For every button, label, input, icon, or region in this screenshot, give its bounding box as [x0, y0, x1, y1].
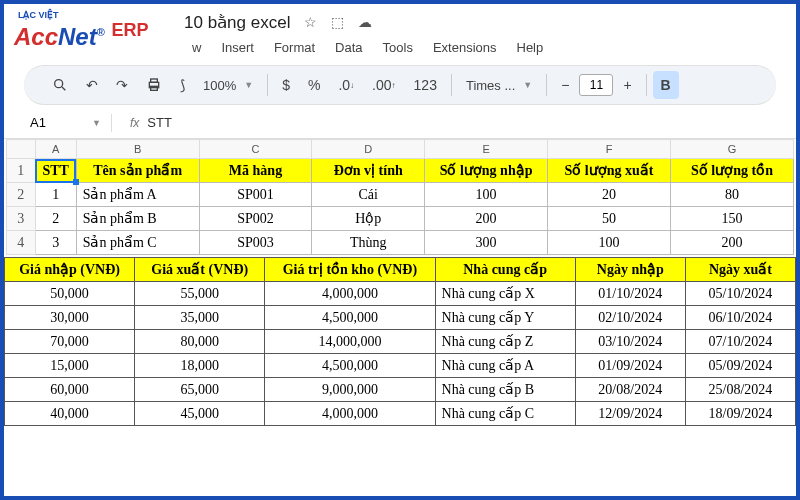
cell[interactable]: 45,000	[135, 402, 265, 426]
cell[interactable]: 35,000	[135, 306, 265, 330]
col-header[interactable]: D	[312, 140, 425, 159]
cell[interactable]: Số lượng nhập	[425, 159, 548, 183]
cell[interactable]: 07/10/2024	[685, 330, 795, 354]
menu-extensions[interactable]: Extensions	[425, 36, 505, 59]
undo-icon[interactable]: ↶	[78, 71, 106, 99]
cell[interactable]: 40,000	[5, 402, 135, 426]
cell[interactable]: 20/08/2024	[575, 378, 685, 402]
cell[interactable]: STT	[35, 159, 76, 183]
cell[interactable]: 150	[671, 207, 794, 231]
bold-button[interactable]: B	[653, 71, 679, 99]
cell[interactable]: 3	[35, 231, 76, 255]
cell[interactable]: 03/10/2024	[575, 330, 685, 354]
col-header[interactable]: E	[425, 140, 548, 159]
cell[interactable]: Giá trị tồn kho (VNĐ)	[265, 258, 435, 282]
cell[interactable]: 50,000	[5, 282, 135, 306]
increase-decimal-icon[interactable]: .00↑	[364, 71, 403, 99]
font-size-input[interactable]	[579, 74, 613, 96]
cell[interactable]: 9,000,000	[265, 378, 435, 402]
col-header[interactable]: C	[199, 140, 312, 159]
cell[interactable]: Sản phẩm B	[76, 207, 199, 231]
menu-help[interactable]: Help	[509, 36, 552, 59]
cell[interactable]: 1	[35, 183, 76, 207]
paint-format-icon[interactable]: ⟆	[172, 71, 193, 99]
zoom-dropdown[interactable]: 100% ▼	[195, 72, 261, 99]
cell[interactable]: 15,000	[5, 354, 135, 378]
cell[interactable]: Số lượng xuất	[548, 159, 671, 183]
cell[interactable]: 200	[425, 207, 548, 231]
formula-input[interactable]: STT	[147, 115, 172, 130]
cell[interactable]: Nhà cung cấp	[435, 258, 575, 282]
cell[interactable]: Mã hàng	[199, 159, 312, 183]
cell[interactable]: Sản phẩm A	[76, 183, 199, 207]
cell[interactable]: 4,000,000	[265, 282, 435, 306]
cell[interactable]: 100	[425, 183, 548, 207]
cell[interactable]: 01/10/2024	[575, 282, 685, 306]
cell[interactable]: Nhà cung cấp Z	[435, 330, 575, 354]
cell[interactable]: 18/09/2024	[685, 402, 795, 426]
cell[interactable]: Giá xuất (VNĐ)	[135, 258, 265, 282]
cell[interactable]: 18,000	[135, 354, 265, 378]
menu-data[interactable]: Data	[327, 36, 370, 59]
font-dropdown[interactable]: Times ... ▼	[458, 72, 540, 99]
row-header[interactable]: 1	[7, 159, 36, 183]
cell[interactable]: Số lượng tồn	[671, 159, 794, 183]
menu-insert[interactable]: Insert	[213, 36, 262, 59]
cell[interactable]: Cái	[312, 183, 425, 207]
cell[interactable]: 300	[425, 231, 548, 255]
select-all-corner[interactable]	[7, 140, 36, 159]
redo-icon[interactable]: ↷	[108, 71, 136, 99]
cell[interactable]: SP001	[199, 183, 312, 207]
cell[interactable]: Hộp	[312, 207, 425, 231]
move-folder-icon[interactable]: ⬚	[331, 14, 344, 30]
cell[interactable]: 70,000	[5, 330, 135, 354]
decrease-font-icon[interactable]: −	[553, 71, 577, 99]
decrease-decimal-icon[interactable]: .0↓	[330, 71, 362, 99]
search-icon[interactable]	[44, 71, 76, 99]
cell[interactable]: Nhà cung cấp C	[435, 402, 575, 426]
cell[interactable]: 30,000	[5, 306, 135, 330]
cell[interactable]: Giá nhập (VNĐ)	[5, 258, 135, 282]
increase-font-icon[interactable]: +	[615, 71, 639, 99]
cell[interactable]: SP002	[199, 207, 312, 231]
cell[interactable]: Sản phẩm C	[76, 231, 199, 255]
cell[interactable]: Nhà cung cấp X	[435, 282, 575, 306]
cell[interactable]: Tên sản phẩm	[76, 159, 199, 183]
more-formats-icon[interactable]: 123	[406, 71, 445, 99]
cell[interactable]: SP003	[199, 231, 312, 255]
col-header[interactable]: F	[548, 140, 671, 159]
cell[interactable]: 02/10/2024	[575, 306, 685, 330]
spreadsheet-grid[interactable]: A B C D E F G 1 STT Tên sản phẩm Mã hàng…	[4, 139, 796, 255]
cell[interactable]: Nhà cung cấp Y	[435, 306, 575, 330]
cell[interactable]: 4,500,000	[265, 354, 435, 378]
cell[interactable]: 65,000	[135, 378, 265, 402]
cell[interactable]: 55,000	[135, 282, 265, 306]
cell[interactable]: Ngày nhập	[575, 258, 685, 282]
cell[interactable]: 60,000	[5, 378, 135, 402]
cell[interactable]: 80,000	[135, 330, 265, 354]
cell[interactable]: Nhà cung cấp A	[435, 354, 575, 378]
document-title[interactable]: 10 bằng excel	[184, 12, 290, 33]
menu-tools[interactable]: Tools	[375, 36, 421, 59]
cloud-icon[interactable]: ☁	[358, 14, 372, 30]
currency-icon[interactable]: $	[274, 71, 298, 99]
cell[interactable]: Thùng	[312, 231, 425, 255]
cell[interactable]: 200	[671, 231, 794, 255]
cell[interactable]: Ngày xuất	[685, 258, 795, 282]
cell[interactable]: 4,000,000	[265, 402, 435, 426]
cell[interactable]: 14,000,000	[265, 330, 435, 354]
col-header[interactable]: A	[35, 140, 76, 159]
col-header[interactable]: B	[76, 140, 199, 159]
menu-view[interactable]: w	[184, 36, 209, 59]
cell[interactable]: 4,500,000	[265, 306, 435, 330]
cell[interactable]: Nhà cung cấp B	[435, 378, 575, 402]
cell[interactable]: 05/09/2024	[685, 354, 795, 378]
cell[interactable]: 25/08/2024	[685, 378, 795, 402]
menu-format[interactable]: Format	[266, 36, 323, 59]
cell[interactable]: 50	[548, 207, 671, 231]
cell[interactable]: 80	[671, 183, 794, 207]
percent-icon[interactable]: %	[300, 71, 328, 99]
col-header[interactable]: G	[671, 140, 794, 159]
second-table[interactable]: Giá nhập (VNĐ) Giá xuất (VNĐ) Giá trị tồ…	[4, 257, 796, 426]
cell[interactable]: 05/10/2024	[685, 282, 795, 306]
